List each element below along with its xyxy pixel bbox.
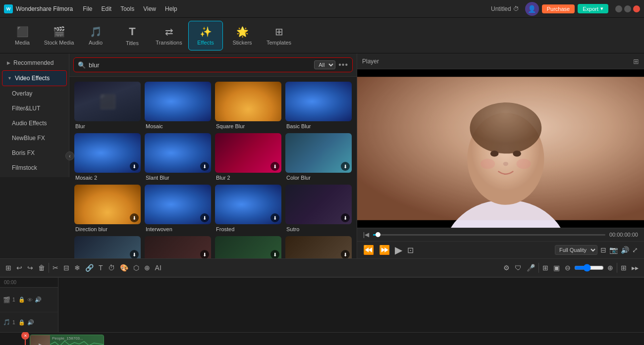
lock-icon[interactable]: 🔒 [18, 296, 25, 303]
effect-card-more2[interactable]: ⬇ [145, 236, 211, 258]
redo-button[interactable]: ↪ [26, 262, 35, 273]
shield-button[interactable]: 🛡 [513, 262, 523, 273]
sidebar-item-boris[interactable]: Boris FX [2, 146, 67, 160]
rewind-button[interactable]: ⏪ [363, 245, 374, 255]
menu-view[interactable]: View [139, 4, 160, 13]
effect-card-sutro[interactable]: ⬇ Sutro [285, 185, 352, 232]
more-button[interactable]: ▸▸ [630, 262, 640, 273]
zoom-slider[interactable] [574, 264, 604, 272]
tab-titles[interactable]: T Titles [115, 21, 150, 50]
settings-button[interactable]: ⤢ [632, 246, 638, 254]
delete-button[interactable]: 🗑 [37, 262, 47, 273]
tab-audio[interactable]: 🎵 Audio [78, 21, 113, 50]
effect-card-interwoven[interactable]: ⬇ Interwoven [145, 185, 211, 232]
effect-card-more3[interactable]: ⬇ [215, 236, 281, 258]
audio-track-icon: 🎵 [3, 319, 10, 326]
settings-button[interactable]: ⚙ [502, 262, 511, 273]
sidebar-item-overlay[interactable]: Overlay [2, 86, 67, 101]
sidebar-item-filmstock[interactable]: Filmstock [2, 160, 67, 175]
more-options-button[interactable]: ••• [338, 60, 348, 69]
add-track-button[interactable]: ⊞ [4, 262, 13, 273]
effect-card-blur[interactable]: ⬛ Blur [74, 82, 141, 129]
lock-icon-audio[interactable]: 🔒 [18, 319, 25, 326]
effect-card-square-blur[interactable]: Square Blur [215, 82, 281, 129]
play-button[interactable]: ▶ [395, 244, 402, 256]
effect-card-more4[interactable]: ⬇ [285, 236, 352, 258]
merge-button[interactable]: ▣ [552, 262, 561, 273]
eye-icon[interactable]: 👁 [27, 297, 33, 303]
color-button[interactable]: 🎨 [118, 262, 130, 273]
screenshot-button[interactable]: 📷 [609, 246, 618, 254]
maximize-button[interactable] [624, 5, 631, 12]
effect-card-more1[interactable]: ⬇ [74, 236, 141, 258]
speed-button[interactable]: ⏱ [107, 262, 116, 273]
progress-bar[interactable] [373, 234, 605, 236]
effect-card-blur2[interactable]: ⬇ Blur 2 [215, 133, 281, 181]
user-avatar[interactable]: 👤 [525, 2, 539, 16]
link-button[interactable]: 🔗 [84, 262, 95, 273]
filter-dropdown[interactable]: All [314, 60, 335, 69]
search-input[interactable] [89, 61, 311, 69]
mic-button[interactable]: 🎤 [525, 262, 537, 273]
effect-thumbnail: ⬇ [74, 185, 141, 224]
tab-effects[interactable]: ✨ Effects [188, 21, 223, 50]
effect-card-mosaic[interactable]: Mosaic [145, 82, 211, 129]
zoom-out-button[interactable]: ⊖ [563, 262, 572, 273]
cut-button[interactable]: ✂ [51, 262, 60, 273]
volume-button[interactable]: 🔊 [621, 246, 629, 254]
pip-button[interactable]: ⊟ [600, 246, 606, 254]
effect-card-frosted[interactable]: ⬇ Frosted [215, 185, 281, 232]
crop-button[interactable]: ⊟ [62, 262, 71, 273]
volume-icon-audio[interactable]: 🔊 [27, 319, 34, 326]
tab-stock-media[interactable]: 🎬 Stock Media [42, 21, 76, 50]
effect-card-direction-blur[interactable]: ⬇ Direction blur [74, 185, 141, 232]
ai-button[interactable]: AI [154, 262, 163, 273]
arrow-icon: ▶ [7, 60, 10, 65]
search-icon: 🔍 [78, 61, 86, 69]
sidebar-item-video-effects[interactable]: ▼ Video Effects [2, 70, 67, 86]
effect-name: Frosted [215, 226, 281, 232]
playback-controls: ⏪ ⏩ ▶ ⊡ [363, 244, 414, 256]
fullscreen-button[interactable]: ⊡ [407, 246, 414, 255]
zoom-in-button[interactable]: ⊕ [606, 262, 615, 273]
tab-stickers[interactable]: 🌟 Stickers [225, 21, 260, 50]
grid-button[interactable]: ⊞ [619, 262, 628, 273]
text-button[interactable]: T [97, 262, 105, 273]
sidebar-item-recommended[interactable]: ▶ Recommended [2, 55, 67, 70]
effect-card-color-blur[interactable]: ⬇ Color Blur [285, 133, 352, 181]
export-button[interactable]: Export ▾ [578, 4, 608, 13]
player-progress-bar[interactable]: |◀ 00:00:00:00 [357, 228, 644, 241]
logo-area: W Wondershare Filmora [4, 4, 73, 13]
video-clip[interactable]: ▶ People_158703... [30, 335, 104, 345]
menu-file[interactable]: File [79, 4, 96, 13]
effect-name: Slant Blur [145, 175, 211, 181]
undo-button[interactable]: ↩ [15, 262, 24, 273]
effect-card-slant-blur[interactable]: ⬇ Slant Blur [145, 133, 211, 181]
split-button[interactable]: ⊞ [541, 262, 550, 273]
step-forward-button[interactable]: ⏩ [379, 245, 390, 255]
menu-tools[interactable]: Tools [116, 4, 138, 13]
playback-icon-prev: |◀ [363, 231, 369, 238]
freeze-button[interactable]: ❄ [73, 262, 82, 273]
effect-thumbnail [285, 82, 352, 121]
mask-button[interactable]: ⬡ [132, 262, 141, 273]
sidebar-item-filterlut[interactable]: Filter&LUT [2, 101, 67, 116]
volume-icon[interactable]: 🔊 [35, 296, 42, 303]
menu-edit[interactable]: Edit [98, 4, 116, 13]
playhead-handle[interactable] [376, 232, 380, 237]
sidebar-collapse-button[interactable]: ‹ [65, 151, 74, 160]
purchase-button[interactable]: Purchase [542, 4, 575, 13]
tab-transitions[interactable]: ⇄ Transitions [152, 21, 186, 50]
minimize-button[interactable] [615, 5, 622, 12]
sidebar-item-newblue[interactable]: NewBlue FX [2, 131, 67, 146]
effect-card-basic-blur[interactable]: Basic Blur [285, 82, 352, 129]
close-button[interactable] [633, 5, 640, 12]
tab-media[interactable]: ⬛ Media [5, 21, 40, 50]
sidebar-item-audio-effects[interactable]: Audio Effects [2, 116, 67, 131]
adjust-button[interactable]: ⊕ [143, 262, 152, 273]
menu-help[interactable]: Help [161, 4, 181, 13]
player-settings-icon[interactable]: ⊞ [633, 57, 639, 65]
tab-templates[interactable]: ⊞ Templates [262, 21, 296, 50]
effect-card-mosaic2[interactable]: ⬇ Mosaic 2 [74, 133, 141, 181]
quality-select[interactable]: Full Quality [555, 245, 597, 255]
